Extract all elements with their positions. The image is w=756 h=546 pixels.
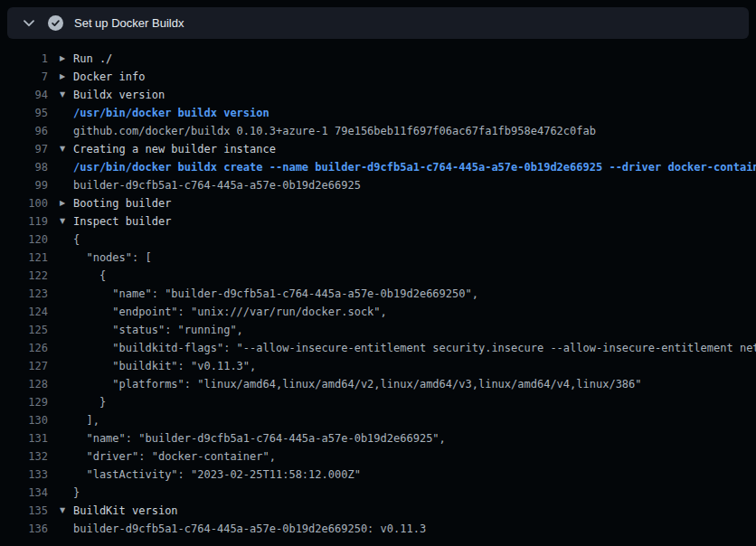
line-number[interactable]: 7 (0, 68, 48, 86)
log-line: 122 { (0, 267, 756, 285)
group-arrow-icon (60, 393, 73, 411)
line-number[interactable]: 98 (0, 158, 48, 176)
group-arrow-icon (60, 339, 73, 357)
line-number[interactable]: 121 (0, 249, 48, 267)
step-title: Set up Docker Buildx (74, 16, 184, 30)
line-number[interactable]: 119 (0, 212, 48, 231)
group-arrow-icon (60, 357, 73, 375)
group-arrow-expanded-icon[interactable]: ▼ (60, 86, 73, 104)
line-number[interactable]: 120 (0, 231, 48, 249)
group-arrow-collapsed-icon[interactable]: ▶ (60, 50, 73, 68)
line-text: github.com/docker/buildx 0.10.3+azure-1 … (73, 122, 596, 140)
log-line: 7 ▶ Docker info (0, 68, 756, 86)
log-line: 127 "buildkit": "v0.11.3", (0, 357, 756, 375)
line-number[interactable]: 127 (0, 357, 48, 375)
log-line: 133 "lastActivity": "2023-02-25T11:58:12… (0, 466, 756, 484)
line-text: { (73, 231, 80, 249)
line-number[interactable]: 135 (0, 502, 48, 520)
line-text: "nodes": [ (73, 249, 152, 267)
line-text[interactable]: Creating a new builder instance (73, 140, 276, 158)
check-circle-icon (42, 7, 69, 39)
log-line: 121 "nodes": [ (0, 249, 756, 267)
group-arrow-collapsed-icon[interactable]: ▶ (60, 68, 73, 86)
line-number[interactable]: 124 (0, 303, 48, 321)
log-line: 125 "status": "running", (0, 321, 756, 339)
line-number[interactable]: 97 (0, 140, 48, 158)
line-number[interactable]: 130 (0, 411, 48, 429)
group-arrow-icon (60, 520, 73, 538)
group-arrow-icon (60, 411, 73, 429)
group-arrow-icon (60, 447, 73, 466)
line-number[interactable]: 133 (0, 466, 48, 484)
line-number[interactable]: 94 (0, 86, 48, 104)
group-arrow-icon (60, 122, 73, 140)
log-line: 135 ▼ BuildKit version (0, 502, 756, 520)
line-number[interactable]: 99 (0, 176, 48, 194)
log-line: 132 "driver": "docker-container", (0, 447, 756, 466)
line-text[interactable]: Buildx version (73, 86, 165, 104)
line-number[interactable]: 95 (0, 104, 48, 122)
line-number[interactable]: 136 (0, 520, 48, 538)
log-line: 99 builder-d9cfb5a1-c764-445a-a57e-0b19d… (0, 176, 756, 194)
log-line: 98 /usr/bin/docker buildx create --name … (0, 158, 756, 176)
line-text: "buildkit": "v0.11.3", (73, 357, 256, 375)
group-arrow-expanded-icon[interactable]: ▼ (60, 502, 73, 520)
log-line: 119 ▼ Inspect builder (0, 212, 756, 231)
log-line: 124 "endpoint": "unix:///var/run/docker.… (0, 303, 756, 321)
line-number[interactable]: 128 (0, 375, 48, 393)
line-number[interactable]: 132 (0, 447, 48, 466)
group-arrow-expanded-icon[interactable]: ▼ (60, 212, 73, 231)
line-text: builder-d9cfb5a1-c764-445a-a57e-0b19d2e6… (73, 176, 361, 194)
line-number[interactable]: 100 (0, 194, 48, 212)
group-arrow-expanded-icon[interactable]: ▼ (60, 140, 73, 158)
group-arrow-icon (60, 176, 73, 194)
step-header[interactable]: Set up Docker Buildx (7, 7, 749, 39)
group-arrow-icon (60, 104, 73, 122)
line-text[interactable]: Docker info (73, 68, 145, 86)
group-arrow-icon (60, 249, 73, 267)
group-arrow-icon (60, 429, 73, 447)
log-line: 96 github.com/docker/buildx 0.10.3+azure… (0, 122, 756, 140)
line-text: ], (73, 411, 99, 429)
log-line: 94 ▼ Buildx version (0, 86, 756, 104)
line-text: "lastActivity": "2023-02-25T11:58:12.000… (73, 466, 361, 484)
line-number[interactable]: 122 (0, 267, 48, 285)
log-line: 126 "buildkitd-flags": "--allow-insecure… (0, 339, 756, 357)
line-text: "name": "builder-d9cfb5a1-c764-445a-a57e… (73, 285, 478, 303)
line-text: { (73, 267, 106, 285)
line-text: "status": "running", (73, 321, 243, 339)
line-text[interactable]: Run ./ (73, 50, 112, 68)
line-text: builder-d9cfb5a1-c764-445a-a57e-0b19d2e6… (73, 520, 426, 538)
log-line: 1 ▶ Run ./ (0, 50, 756, 68)
log-line: 97 ▼ Creating a new builder instance (0, 140, 756, 158)
log-line: 136 builder-d9cfb5a1-c764-445a-a57e-0b19… (0, 520, 756, 538)
chevron-down-icon[interactable] (16, 7, 42, 39)
group-arrow-collapsed-icon[interactable]: ▶ (60, 194, 73, 212)
log-line: 131 "name": "builder-d9cfb5a1-c764-445a-… (0, 429, 756, 447)
line-number[interactable]: 126 (0, 339, 48, 357)
line-number[interactable]: 131 (0, 429, 48, 447)
log-line: 95 /usr/bin/docker buildx version (0, 104, 756, 122)
group-arrow-icon (60, 466, 73, 484)
line-text[interactable]: Booting builder (73, 194, 171, 212)
line-number[interactable]: 96 (0, 122, 48, 140)
log-line: 120 { (0, 231, 756, 249)
line-text: /usr/bin/docker buildx create --name bui… (73, 158, 756, 176)
line-text: } (73, 484, 80, 502)
log-line: 129 } (0, 393, 756, 411)
line-number[interactable]: 1 (0, 50, 48, 68)
group-arrow-icon (60, 375, 73, 393)
log-line: 100 ▶ Booting builder (0, 194, 756, 212)
line-text: "buildkitd-flags": "--allow-insecure-ent… (73, 339, 756, 357)
line-number[interactable]: 134 (0, 484, 48, 502)
line-number[interactable]: 129 (0, 393, 48, 411)
line-number[interactable]: 123 (0, 285, 48, 303)
log-line: 134 } (0, 484, 756, 502)
line-text[interactable]: BuildKit version (73, 502, 178, 520)
line-text: /usr/bin/docker buildx version (73, 104, 269, 122)
line-number[interactable]: 125 (0, 321, 48, 339)
group-arrow-icon (60, 285, 73, 303)
group-arrow-icon (60, 321, 73, 339)
line-text[interactable]: Inspect builder (73, 212, 171, 231)
line-text: "driver": "docker-container", (73, 447, 276, 466)
